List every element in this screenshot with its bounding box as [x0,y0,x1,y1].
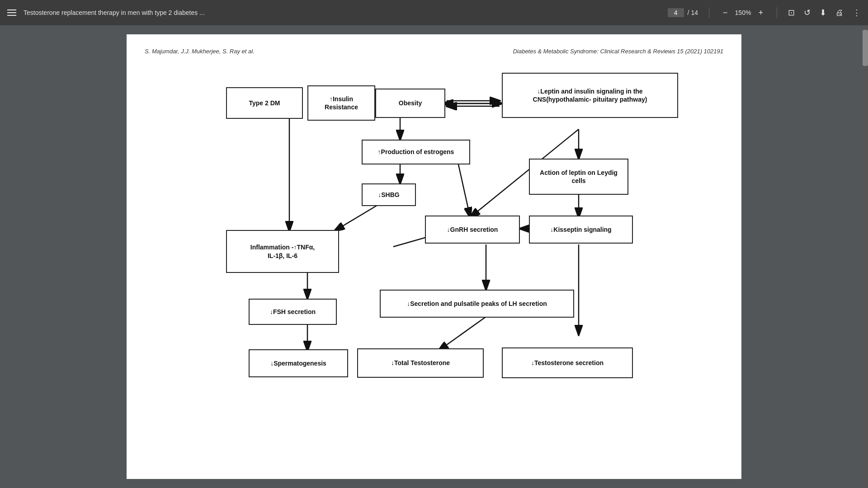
rotate-icon[interactable]: ↺ [804,8,811,18]
fit-page-icon[interactable]: ⊡ [788,8,795,18]
author-text: S. Majumdar, J.J. Mukherjee, S. Ray et a… [145,48,255,55]
box-lh: ↓Secretion and pulsatile peaks of LH sec… [380,290,574,318]
download-icon[interactable]: ⬇ [820,8,826,18]
separator2 [777,7,777,18]
box-insulin: ↑Insulin Resistance [307,85,375,121]
box-spermatogenesis: ↓Spermatogenesis [249,349,348,377]
page-header: S. Majumdar, J.J. Mukherjee, S. Ray et a… [145,48,723,55]
flowchart: Type 2 DM ↑Insulin Resistance Obesity ↓L… [185,68,683,439]
toolbar: Testosterone replacement therapy in men … [0,0,868,25]
box-leptin: ↓Leptin and insulin signaling in the CNS… [502,73,678,118]
zoom-in-button[interactable]: + [755,7,766,19]
menu-button[interactable] [7,9,16,16]
box-leptin-leydig: Action of leptin on Leydig cells [529,159,628,195]
zoom-level: 150% [734,9,752,16]
box-testosterone-secretion: ↓Testosterone secretion [502,347,633,378]
journal-text: Diabetes & Metabolic Syndrome: Clinical … [513,48,723,55]
box-obesity: Obesity [375,89,445,118]
box-shbg: ↓SHBG [362,183,416,206]
page-separator: / 14 [688,9,698,16]
box-fsh: ↓FSH secretion [249,299,337,325]
box-inflammation: Inflammation -↑TNFα, IL-1β, IL-6 [226,230,339,273]
scrollbar-thumb[interactable] [863,30,868,66]
document-title: Testosterone replacement therapy in men … [24,9,660,16]
box-type2dm: Type 2 DM [226,87,303,119]
toolbar-right: ⊡ ↺ ⬇ 🖨 ⋮ [788,8,861,18]
box-kisseptin: ↓Kisseptin signaling [529,216,633,244]
page-number-input[interactable] [668,8,684,17]
svg-line-21 [439,317,486,351]
more-icon[interactable]: ⋮ [853,8,861,18]
svg-line-12 [335,204,380,231]
pdf-page: S. Majumdar, J.J. Mukherjee, S. Ray et a… [127,34,741,479]
page-container: S. Majumdar, J.J. Mukherjee, S. Ray et a… [0,25,868,488]
scrollbar[interactable] [863,25,868,488]
box-gnrh: ↓GnRH secretion [425,216,520,244]
svg-line-11 [457,156,470,217]
separator [709,7,709,18]
zoom-out-button[interactable]: − [720,7,731,19]
page-navigation: / 14 [668,8,698,17]
print-icon[interactable]: 🖨 [835,8,844,18]
box-total-testosterone: ↓Total Testosterone [357,348,484,378]
box-estrogens: ↑Production of estrogens [362,140,470,164]
zoom-controls: − 150% + [720,7,766,19]
